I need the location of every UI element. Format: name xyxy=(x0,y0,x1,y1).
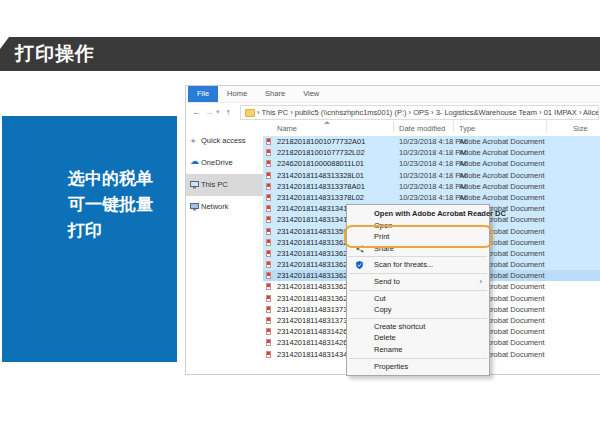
callout-line: 选中的税单 xyxy=(68,166,153,192)
file-date-modified: 10/23/2018 4:18 PM xyxy=(399,170,467,181)
shield-icon xyxy=(356,261,364,269)
forward-icon[interactable]: → xyxy=(205,104,214,120)
sidebar-item-label: Network xyxy=(201,202,229,211)
slide-title-banner: 打印操作 xyxy=(0,37,600,71)
column-header-type[interactable]: Type xyxy=(459,121,475,136)
menu-item-label: Copy xyxy=(374,305,392,314)
up-icon[interactable]: ↑ xyxy=(226,104,231,120)
monitor-icon xyxy=(190,181,199,189)
file-name: 224620181000088011L01 xyxy=(277,158,364,169)
column-divider xyxy=(453,121,454,132)
menu-separator xyxy=(349,290,487,291)
tab-file[interactable]: File xyxy=(188,86,218,102)
file-date-modified: 10/23/2018 4:18 PM xyxy=(399,181,467,192)
column-headers: Name Date modified Type Size xyxy=(263,121,600,136)
context-menu-item-scan-for-threats[interactable]: Scan for threats... xyxy=(347,259,489,271)
file-row[interactable]: 231420181148313378A01 10/23/2018 4:18 PM… xyxy=(263,181,600,192)
file-type: Adobe Acrobat Document xyxy=(459,181,544,192)
context-menu-item-cut[interactable]: Cut xyxy=(347,293,489,305)
sidebar-item-label: OneDrive xyxy=(201,158,233,167)
pdf-file-icon xyxy=(266,183,271,190)
menu-item-label: Cut xyxy=(374,294,386,303)
network-icon xyxy=(190,203,199,211)
history-dropdown-icon[interactable]: ▾ xyxy=(216,104,220,120)
banner-corner-notch xyxy=(0,37,9,49)
context-menu-item-rename[interactable]: Rename xyxy=(347,344,489,356)
file-explorer-window: File Home Share View ← → ▾ ↑ › This PC ›… xyxy=(185,85,600,375)
pdf-file-icon xyxy=(266,194,271,201)
file-date-modified: 10/23/2018 4:18 PM xyxy=(399,158,467,169)
cloud-icon: ☁ xyxy=(190,157,199,165)
pdf-file-icon xyxy=(266,339,271,346)
file-row[interactable]: 231420181148313378L02 10/23/2018 4:18 PM… xyxy=(263,192,600,203)
callout-line: 打印 xyxy=(68,218,153,244)
explorer-sidebar: ★ Quick access ☁ OneDrive This PC Networ… xyxy=(186,121,263,374)
file-name: 221820181001077732L02 xyxy=(277,147,365,158)
pdf-file-icon xyxy=(266,295,271,302)
file-date-modified: 10/23/2018 4:18 PM xyxy=(399,192,467,203)
menu-item-label: Open with Adobe Acrobat Reader DC xyxy=(374,209,506,218)
column-header-date-modified[interactable]: Date modified xyxy=(399,121,445,136)
pdf-file-icon xyxy=(266,283,271,290)
file-type: Adobe Acrobat Document xyxy=(459,170,544,181)
column-divider xyxy=(393,121,394,132)
context-menu-item-send-to[interactable]: Send to› xyxy=(347,276,489,288)
pdf-file-icon xyxy=(266,306,271,313)
context-menu-item-create-shortcut[interactable]: Create shortcut xyxy=(347,321,489,333)
pdf-file-icon xyxy=(266,328,271,335)
menu-item-label: Properties xyxy=(374,362,408,371)
file-date-modified: 10/23/2018 4:18 PM xyxy=(399,147,467,158)
file-name: 221820181001077732A01 xyxy=(277,136,365,147)
sidebar-item-quick-access[interactable]: ★ Quick access xyxy=(186,130,263,152)
menu-separator xyxy=(349,358,487,359)
tab-share[interactable]: Share xyxy=(256,86,294,102)
column-divider xyxy=(546,121,547,132)
submenu-arrow-icon: › xyxy=(480,276,483,288)
callout-line: 可一键批量 xyxy=(68,192,153,218)
column-header-size[interactable]: Size xyxy=(573,121,588,136)
pdf-file-icon xyxy=(266,250,271,257)
star-icon: ★ xyxy=(190,137,199,145)
pdf-file-icon xyxy=(266,317,271,324)
tab-view[interactable]: View xyxy=(294,86,328,102)
menu-item-label: Delete xyxy=(374,333,396,342)
pdf-file-icon xyxy=(266,205,271,212)
address-bar[interactable]: › This PC › public5 (\\cnhszhphc1ms001) … xyxy=(240,105,599,120)
breadcrumb[interactable]: › This PC › public5 (\\cnhszhphc1ms001) … xyxy=(257,108,599,117)
ribbon-tabstrip: File Home Share View xyxy=(186,86,600,103)
file-type: Adobe Acrobat Document xyxy=(459,158,544,169)
sidebar-item-network[interactable]: Network xyxy=(186,196,263,218)
context-menu-item-open-with-adobe-acrobat-reader-dc[interactable]: Open with Adobe Acrobat Reader DC xyxy=(347,208,489,220)
pdf-file-icon xyxy=(266,216,271,223)
sidebar-item-this-pc[interactable]: This PC xyxy=(186,174,263,196)
tab-home[interactable]: Home xyxy=(218,86,256,102)
file-type: Adobe Acrobat Document xyxy=(459,192,544,203)
context-menu-item-copy[interactable]: Copy xyxy=(347,304,489,316)
back-icon[interactable]: ← xyxy=(192,104,201,120)
file-name: 231420181148313328L01 xyxy=(277,170,364,181)
menu-item-label: Scan for threats... xyxy=(374,260,433,269)
menu-separator xyxy=(349,273,487,274)
column-header-name[interactable]: Name xyxy=(277,121,297,136)
pdf-file-icon xyxy=(266,272,271,279)
slide: 打印操作 选中的税单 可一键批量 打印 File Home Share View… xyxy=(0,0,600,424)
file-name: 231420181148313378L02 xyxy=(277,192,364,203)
navigation-bar: ← → ▾ ↑ › This PC › public5 (\\cnhszhphc… xyxy=(186,103,600,121)
pdf-file-icon xyxy=(266,149,271,156)
folder-icon xyxy=(245,109,255,117)
page-title: 打印操作 xyxy=(15,43,95,64)
pdf-file-icon xyxy=(266,261,271,268)
file-row[interactable]: 221820181001077732L02 10/23/2018 4:18 PM… xyxy=(263,147,600,158)
menu-separator xyxy=(349,318,487,319)
context-menu-item-delete[interactable]: Delete xyxy=(347,332,489,344)
pdf-file-icon xyxy=(266,160,271,167)
pdf-file-icon xyxy=(266,172,271,179)
file-row[interactable]: 231420181148313328L01 10/23/2018 4:18 PM… xyxy=(263,170,600,181)
sidebar-item-onedrive[interactable]: ☁ OneDrive xyxy=(186,152,263,174)
file-name: 231420181148313378A01 xyxy=(277,181,365,192)
menu-item-label: Send to xyxy=(374,277,400,286)
menu-item-label: Create shortcut xyxy=(374,322,425,331)
context-menu-item-properties[interactable]: Properties xyxy=(347,361,489,373)
file-row[interactable]: 224620181000088011L01 10/23/2018 4:18 PM… xyxy=(263,158,600,169)
file-row[interactable]: 221820181001077732A01 10/23/2018 4:18 PM… xyxy=(263,136,600,147)
